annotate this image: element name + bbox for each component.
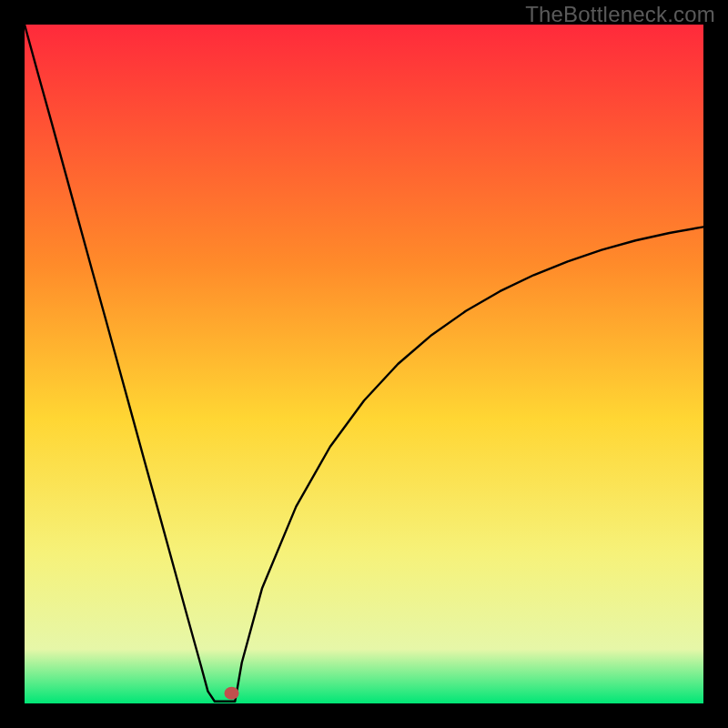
optimal-point-marker (225, 687, 239, 700)
attribution-text: TheBottleneck.com (525, 2, 715, 27)
bottleneck-chart (25, 25, 703, 703)
chart-frame: TheBottleneck.com (0, 0, 728, 728)
plot-area (25, 25, 703, 703)
gradient-background (25, 25, 703, 703)
